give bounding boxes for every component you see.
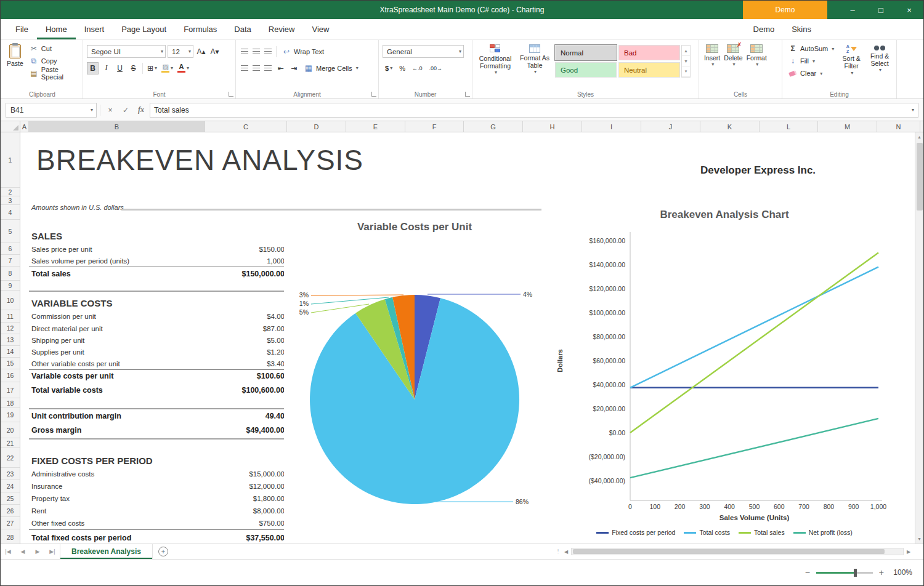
row-header-22[interactable]: 22	[1, 448, 20, 468]
align-top-button[interactable]	[240, 47, 249, 57]
sheet-row-other-fixed-costs[interactable]: Other fixed costs$750.00	[29, 517, 287, 529]
align-center-button[interactable]	[251, 63, 261, 73]
tab-demo[interactable]: Demo	[745, 19, 784, 39]
row-header-19[interactable]: 19	[1, 408, 20, 422]
accounting-format-button[interactable]: $ ▾	[383, 62, 395, 74]
row-header-2[interactable]: 2	[1, 188, 20, 196]
tab-view[interactable]: View	[303, 19, 338, 39]
column-header-G[interactable]: G	[464, 121, 523, 132]
sheet-tab-breakeven-analysis[interactable]: Breakeven Analysis	[60, 544, 153, 559]
align-right-button[interactable]	[263, 63, 273, 73]
maximize-button[interactable]: □	[867, 1, 895, 19]
alignment-dialog-launcher[interactable]	[371, 92, 376, 97]
column-header-I[interactable]: I	[582, 121, 641, 132]
merge-cells-button[interactable]: ▦ Merge Cells ▾	[302, 62, 360, 74]
add-sheet-button[interactable]: +	[153, 544, 174, 559]
gallery-more-button[interactable]: ▾	[682, 66, 690, 77]
zoom-in-button[interactable]: +	[879, 568, 884, 577]
pie-chart-object[interactable]: Variable Costs per Unit 4%86%5%1%3%	[284, 217, 545, 544]
demo-badge-button[interactable]: Demo	[743, 1, 827, 19]
cancel-entry-button[interactable]: ×	[103, 103, 117, 117]
insert-cells-button[interactable]: Insert ▾	[703, 42, 721, 69]
sheet-row-sales-volume-per-period-units[interactable]: Sales volume per period (units)1,000	[29, 255, 287, 267]
align-bottom-button[interactable]	[263, 47, 273, 57]
zoom-slider[interactable]	[816, 572, 873, 574]
font-family-combo[interactable]: Segoe UI ▾	[87, 45, 166, 58]
confirm-entry-button[interactable]: ✓	[119, 103, 132, 117]
column-header-F[interactable]: F	[405, 121, 464, 132]
shrink-font-button[interactable]: A▾	[209, 46, 221, 58]
row-header-14[interactable]: 14	[1, 346, 20, 358]
column-header-A[interactable]: A	[20, 121, 29, 132]
percent-style-button[interactable]: %	[397, 62, 408, 74]
delete-cells-button[interactable]: ✗ Delete ▾	[723, 42, 744, 69]
sheet-row-administrative-costs[interactable]: Administrative costs$15,000.00	[29, 468, 287, 480]
tab-review[interactable]: Review	[260, 19, 304, 39]
underline-button[interactable]: U	[114, 62, 126, 74]
tab-file[interactable]: File	[7, 19, 37, 39]
sheet-row-supplies-per-unit[interactable]: Supplies per unit$1.20	[29, 346, 287, 358]
scroll-left-icon[interactable]: ◀	[561, 549, 571, 555]
sheet-row-gross-margin[interactable]: Gross margin$49,400.00	[29, 422, 287, 438]
vertical-scrollbar-thumb[interactable]	[917, 143, 923, 211]
paste-button[interactable]: Paste	[6, 42, 25, 79]
row-header-5[interactable]: 5	[1, 220, 20, 243]
style-neutral[interactable]: Neutral	[618, 62, 680, 78]
scroll-down-icon[interactable]: ▼	[915, 534, 923, 544]
style-bad[interactable]: Bad	[618, 45, 680, 60]
name-box[interactable]: B41 ▾	[6, 103, 97, 118]
row-header-26[interactable]: 26	[1, 505, 20, 517]
gallery-up-button[interactable]: ▲	[682, 46, 690, 56]
column-header-N[interactable]: N	[877, 121, 920, 132]
row-header-15[interactable]: 15	[1, 358, 20, 369]
sheet-row-fixed-costs-per-period[interactable]: FIXED COSTS PER PERIOD	[29, 448, 287, 468]
row-header-10[interactable]: 10	[1, 291, 20, 310]
row-header-1[interactable]: 1	[1, 132, 20, 188]
sort-filter-button[interactable]: AZ Sort & Filter ▾	[838, 42, 864, 79]
line-chart-object[interactable]: Breakeven Analysis Chart $160,000.00$140…	[546, 201, 902, 544]
fill-color-button[interactable]: ▨ ▾	[160, 62, 174, 74]
number-format-combo[interactable]: General ▾	[383, 45, 464, 58]
wrap-text-button[interactable]: ↩ Wrap Text	[280, 46, 326, 58]
column-header-H[interactable]: H	[523, 121, 582, 132]
style-good[interactable]: Good	[555, 62, 617, 78]
paste-special-button[interactable]: ▤ Paste Special	[27, 67, 79, 79]
decrease-indent-button[interactable]: ⇤	[275, 62, 286, 74]
row-header-16[interactable]: 16	[1, 369, 20, 382]
horizontal-scrollbar-thumb[interactable]	[573, 549, 885, 554]
row-header-4[interactable]: 4	[1, 205, 20, 220]
tab-data[interactable]: Data	[225, 19, 259, 39]
column-header-K[interactable]: K	[700, 121, 760, 132]
row-header-17[interactable]: 17	[1, 382, 20, 398]
row-header-3[interactable]: 3	[1, 196, 20, 205]
gallery-down-button[interactable]: ▼	[682, 56, 690, 66]
sheet-row-variable-costs-per-unit[interactable]: Variable costs per unit$100.60	[29, 369, 287, 382]
sheet-row-spacer[interactable]	[29, 281, 287, 291]
row-header-28[interactable]: 28	[1, 529, 20, 544]
row-header-11[interactable]: 11	[1, 310, 20, 323]
insert-function-button[interactable]: fx	[134, 103, 148, 117]
copy-button[interactable]: ⧉ Copy	[27, 55, 79, 67]
vertical-scrollbar[interactable]: ▲ ▼	[915, 132, 923, 544]
bold-button[interactable]: B	[87, 62, 99, 74]
row-header-25[interactable]: 25	[1, 492, 20, 505]
column-header-D[interactable]: D	[287, 121, 346, 132]
zoom-out-button[interactable]: −	[805, 568, 810, 577]
sheet-row-shipping-per-unit[interactable]: Shipping per unit$5.00	[29, 334, 287, 346]
row-header-23[interactable]: 23	[1, 468, 20, 480]
sheet-row-other-variable-costs-per-unit[interactable]: Other variable costs per unit$3.40	[29, 358, 287, 369]
row-header-24[interactable]: 24	[1, 480, 20, 492]
tab-insert[interactable]: Insert	[76, 19, 113, 39]
last-sheet-button[interactable]: ▶|	[45, 544, 60, 559]
cut-button[interactable]: ✂ Cut	[27, 42, 79, 55]
strikethrough-button[interactable]: S	[128, 62, 139, 74]
previous-sheet-button[interactable]: ◀	[15, 544, 30, 559]
row-header-21[interactable]: 21	[1, 438, 20, 448]
close-button[interactable]: ×	[895, 1, 923, 19]
font-dialog-launcher[interactable]	[229, 92, 233, 97]
row-header-9[interactable]: 9	[1, 281, 20, 291]
style-normal[interactable]: Normal	[555, 45, 617, 60]
sheet-row-total-sales[interactable]: Total sales$150,000.00	[29, 267, 287, 281]
format-cells-button[interactable]: Format ▾	[745, 42, 768, 69]
tab-formulas[interactable]: Formulas	[175, 19, 225, 39]
